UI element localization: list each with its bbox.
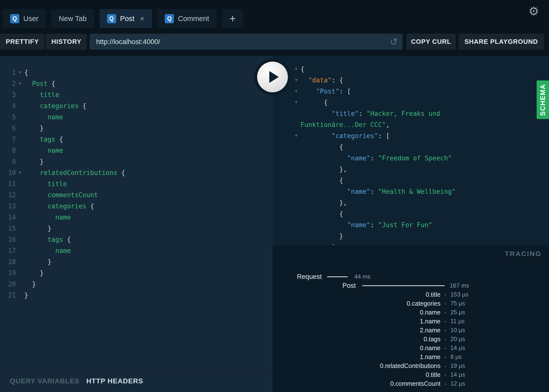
line-number: 4 [0,102,16,110]
code-text: name [24,214,71,221]
resolver-label: 1.name [273,353,440,361]
code-text: } [24,280,36,288]
resolver-time: 8 μs [450,353,462,360]
editor-line: 2▼ Post { [0,78,273,89]
span-label: Post [273,282,356,290]
resolver-dash: - [440,344,450,352]
code-text: "title": "Hacker, Freaks und [301,110,440,117]
query-badge-icon: Q [10,14,19,23]
code-text: } [24,158,44,165]
tracing-resolver-row: 0.categories-75 μs [273,299,549,308]
resolver-dash: - [440,327,450,334]
code-text: }, [301,199,347,206]
tab-label: User [23,15,38,23]
tracing-resolver-row: 2.name-10 μs [273,326,549,335]
fold-arrow-icon[interactable]: ▼ [292,67,301,71]
response-line: }, [273,197,549,208]
span-time: 44 ms [354,273,370,280]
tab-label: New Tab [59,15,86,23]
editor-line: 11 title [0,178,273,189]
code-text: categories { [24,202,94,210]
line-number: 18 [0,258,16,266]
resolver-label: 2.name [273,327,440,334]
code-text: { [301,143,343,151]
editor-line: 14 name [0,212,273,223]
query-editor[interactable]: 1▼{2▼ Post {3 title4 categories {5 name6… [0,67,273,301]
play-icon [269,71,279,83]
code-text: tags { [24,136,63,143]
http-headers-tab[interactable]: HTTP HEADERS [86,377,143,385]
code-text: "data": { [301,76,343,84]
resolver-dash: - [440,353,450,361]
tracing-resolver-row: 1.name-11 μs [273,317,549,326]
tab-user[interactable]: QUser [3,9,46,28]
line-number: 1 [0,69,16,76]
history-button[interactable]: HISTORY [46,34,87,50]
code-text: } [301,232,343,240]
fold-arrow-icon[interactable]: ▼ [292,134,301,138]
code-text: { [301,210,343,218]
query-editor-pane: 1▼{2▼ Post {3 title4 categories {5 name6… [0,56,273,392]
settings-gear-icon[interactable]: ⚙ [528,5,539,17]
code-text: "Post": [ [301,88,351,95]
query-badge-icon: Q [107,14,116,23]
span-duration-bar [362,285,445,286]
line-number: 12 [0,191,16,199]
editor-line: 5 name [0,111,273,122]
query-variables-tab[interactable]: QUERY VARIABLES [10,377,80,385]
response-line: "name": "Just For Fun" [273,219,549,230]
editor-line: 9 } [0,156,273,167]
tracing-span-row: Request44 ms [273,272,549,281]
response-line: ▼ "Post": [ [273,86,549,97]
response-line: "title": "Hacker, Freaks und [273,108,549,119]
tab-comment[interactable]: QComment [157,9,217,28]
response-line: ▼ "categories": [ [273,130,549,141]
code-text: name [24,147,63,154]
editor-line: 20 } [0,278,273,290]
editor-line: 3 title [0,89,273,100]
line-number: 3 [0,91,16,98]
code-text: title [24,91,59,98]
code-text: "name": "Freedom of Speech" [301,154,452,162]
prettify-button[interactable]: PRETTIFY [0,34,45,50]
resolver-dash: - [440,300,450,307]
schema-tab[interactable]: SCHEMA [537,80,549,119]
resolver-dash: - [440,318,450,325]
code-text: commentsCount [24,191,98,199]
header: QUserNew TabQPost×QComment + ⚙ PRETTIFY … [0,0,549,56]
share-playground-button[interactable]: SHARE PLAYGROUND [459,34,544,50]
new-tab-button[interactable]: + [222,9,243,28]
fold-arrow-icon[interactable]: ▼ [16,82,24,85]
response-pane: ▼{▼ "data": {▼ "Post": [▼ { "title": "Ha… [273,56,549,245]
endpoint-input[interactable] [90,34,403,50]
tab-post[interactable]: QPost× [100,9,152,28]
fold-arrow-icon[interactable]: ▼ [292,100,301,104]
fold-arrow-icon[interactable]: ▼ [292,78,301,82]
code-text: } [24,269,44,277]
response-line: ▼ "data": { [273,74,549,86]
code-text: "name": "Health & Wellbeing" [301,188,456,195]
fold-arrow-icon[interactable]: ▼ [16,71,24,74]
close-tab-icon[interactable]: × [140,15,145,23]
code-text: "name": "Just For Fun" [301,221,432,229]
line-number: 10 [0,169,16,176]
reload-icon[interactable]: ↺ [390,37,398,47]
editor-line: 7 tags { [0,134,273,145]
fold-arrow-icon[interactable]: ▼ [16,171,24,174]
toolbar: PRETTIFY HISTORY ↺ COPY CURL SHARE PLAYG… [0,34,549,50]
response-line: { [273,175,549,186]
resolver-time: 20 μs [450,336,465,343]
execute-button[interactable] [257,62,288,92]
response-line: ▼{ [273,63,549,74]
line-number: 9 [0,158,16,165]
line-number: 14 [0,214,16,221]
editor-line: 15 } [0,223,273,234]
line-number: 11 [0,180,16,188]
span-label: Request [273,273,322,281]
resolver-time: 153 μs [450,291,468,298]
fold-arrow-icon[interactable]: ▼ [292,89,301,93]
resolver-label: 0.name [273,344,440,352]
resolver-dash: - [440,371,450,378]
copy-curl-button[interactable]: COPY CURL [406,34,456,50]
tab-new-tab[interactable]: New Tab [51,9,94,28]
